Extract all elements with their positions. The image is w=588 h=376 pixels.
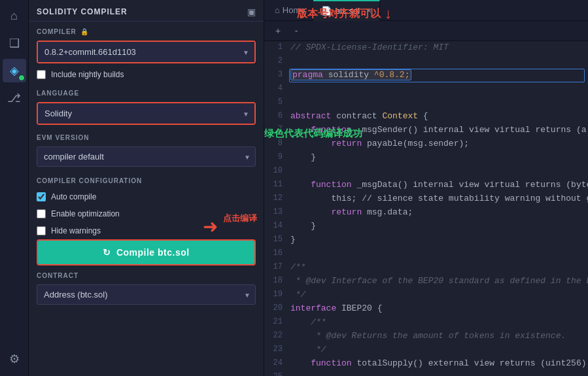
auto-compile-label[interactable]: Auto compile	[51, 192, 96, 201]
line-number: 1	[264, 41, 290, 55]
code-editor[interactable]: 1// SPDX-License-Identifier: MIT23pragma…	[264, 41, 588, 376]
line-number: 15	[264, 233, 290, 247]
line-content	[290, 82, 588, 96]
line-content: */	[290, 288, 588, 302]
evm-select[interactable]: compiler default	[37, 146, 256, 167]
code-line: 5	[264, 96, 588, 110]
line-content: function totalSupply() external view ret…	[290, 357, 588, 371]
evm-select-wrapper: compiler default ▼	[37, 146, 256, 167]
line-number: 10	[264, 165, 290, 179]
compile-btn-wrapper: ↻ Compile btc.sol	[37, 239, 256, 265]
code-line: 6abstract contract Context {	[264, 110, 588, 124]
line-number: 2	[264, 55, 290, 69]
contract-select[interactable]: Address (btc.sol)	[37, 284, 256, 305]
home-icon[interactable]: ⌂	[3, 4, 26, 27]
line-content: return msg.data;	[290, 206, 588, 220]
compiler-version-select[interactable]: 0.8.2+commit.661d1103	[38, 42, 254, 62]
optimization-label[interactable]: Enable optimization	[51, 209, 120, 218]
line-number: 12	[264, 192, 290, 206]
compile-label: Compile btc.sol	[116, 247, 190, 258]
lock-icon: 🔒	[80, 28, 89, 35]
code-line: 13 return msg.data;	[264, 206, 588, 220]
code-line: 19 */	[264, 288, 588, 302]
sidebar-collapse-icon[interactable]: ▣	[247, 7, 256, 17]
code-line: 11 function _msgData() internal view vir…	[264, 179, 588, 192]
code-line: 15}	[264, 233, 588, 247]
optimization-checkbox[interactable]	[37, 209, 46, 218]
zoom-out-button[interactable]: -	[289, 24, 303, 38]
language-label-section: LANGUAGE	[29, 83, 264, 99]
sidebar-panel: SOLIDITY COMPILER ▣ COMPILER 🔒 0.8.2+com…	[29, 0, 264, 376]
sidebar-header: SOLIDITY COMPILER ▣	[29, 0, 264, 22]
code-token: }	[290, 152, 316, 162]
compile-button[interactable]: ↻ Compile btc.sol	[38, 241, 254, 264]
line-content: * @dev Interface of the BEP20 standard a…	[290, 275, 588, 288]
line-content: }	[290, 233, 588, 247]
auto-compile-row: Auto compile	[29, 188, 264, 205]
line-content: /**	[290, 316, 588, 330]
line-number: 14	[264, 220, 290, 233]
main-editor-area: 版本号对齐就可以 ↓ 绿色代表代码编译成功 ⌂ Home 📄 btc.sol ✕…	[264, 0, 588, 376]
compile-icon: ↻	[103, 247, 111, 258]
line-number: 17	[264, 261, 290, 275]
code-token: {	[418, 111, 428, 121]
pragma-highlight: pragma solidity ^0.8.2;	[290, 69, 411, 80]
code-line: 25	[264, 371, 588, 376]
evm-label: EVM VERSION	[29, 128, 264, 144]
compiler-config-label: COMPILER CONFIGURATION	[29, 169, 264, 188]
line-content: * @dev Returns the amount of tokens in e…	[290, 330, 588, 343]
language-select[interactable]: Solidity	[38, 103, 254, 124]
line-content	[290, 55, 588, 69]
compiler-label: COMPILER 🔒	[29, 22, 264, 38]
hide-warnings-checkbox[interactable]	[37, 226, 46, 235]
auto-compile-checkbox[interactable]	[37, 192, 46, 201]
code-token: }	[290, 235, 296, 245]
line-number: 20	[264, 302, 290, 316]
code-line: 3pragma solidity ^0.8.2;	[264, 69, 588, 82]
code-token: */	[290, 290, 305, 299]
line-number: 4	[264, 82, 290, 96]
code-token: totalSupply() external view returns (uin…	[352, 358, 588, 368]
hide-warnings-label[interactable]: Hide warnings	[51, 226, 101, 235]
compiler-select-wrapper: 0.8.2+commit.661d1103 ▼	[37, 41, 256, 63]
settings-icon[interactable]: ⚙	[3, 347, 26, 371]
click-compile-arrow: ➜	[203, 216, 218, 237]
code-line: 1// SPDX-License-Identifier: MIT	[264, 41, 588, 55]
line-content: }	[290, 151, 588, 165]
code-token: }	[290, 221, 316, 231]
code-token: /**	[290, 317, 326, 327]
git-icon[interactable]: ⎇	[3, 86, 26, 110]
nightly-builds-row: Include nightly builds	[29, 66, 264, 83]
code-token: * @dev Returns the amount of tokens in e…	[290, 331, 566, 341]
line-content	[290, 96, 588, 110]
line-number: 3	[264, 69, 290, 82]
line-number: 5	[264, 96, 290, 110]
solidity-icon[interactable]: ◈	[3, 59, 26, 82]
home-tab-icon: ⌂	[275, 5, 280, 15]
code-line: 18 * @dev Interface of the BEP20 standar…	[264, 275, 588, 288]
line-number: 13	[264, 206, 290, 220]
code-token: _msgSender() internal view virtual retur…	[352, 125, 587, 135]
line-number: 24	[264, 357, 290, 371]
line-number: 25	[264, 371, 290, 376]
code-token: function	[290, 180, 352, 190]
code-token: Context	[382, 111, 418, 121]
files-icon[interactable]: ❑	[3, 31, 26, 55]
code-line: 12 this; // silence state mutability war…	[264, 192, 588, 206]
line-number: 21	[264, 316, 290, 330]
line-number: 22	[264, 330, 290, 343]
line-number: 23	[264, 343, 290, 357]
code-token: abstract	[290, 111, 331, 121]
line-content	[290, 165, 588, 179]
nightly-builds-checkbox[interactable]	[37, 70, 46, 79]
code-token: /**	[290, 262, 305, 272]
code-token: _msgData() internal view virtual returns…	[352, 180, 588, 190]
code-token: this; // silence state mutability warnin…	[290, 194, 588, 203]
line-content: pragma solidity ^0.8.2;	[290, 69, 588, 82]
nightly-builds-label[interactable]: Include nightly builds	[51, 70, 124, 79]
zoom-in-button[interactable]: +	[271, 24, 285, 38]
code-line: 21 /**	[264, 316, 588, 330]
line-content: /**	[290, 261, 588, 275]
line-content: // SPDX-License-Identifier: MIT	[290, 41, 588, 55]
version-annotation-container: 版本号对齐就可以 ↓	[297, 5, 392, 22]
